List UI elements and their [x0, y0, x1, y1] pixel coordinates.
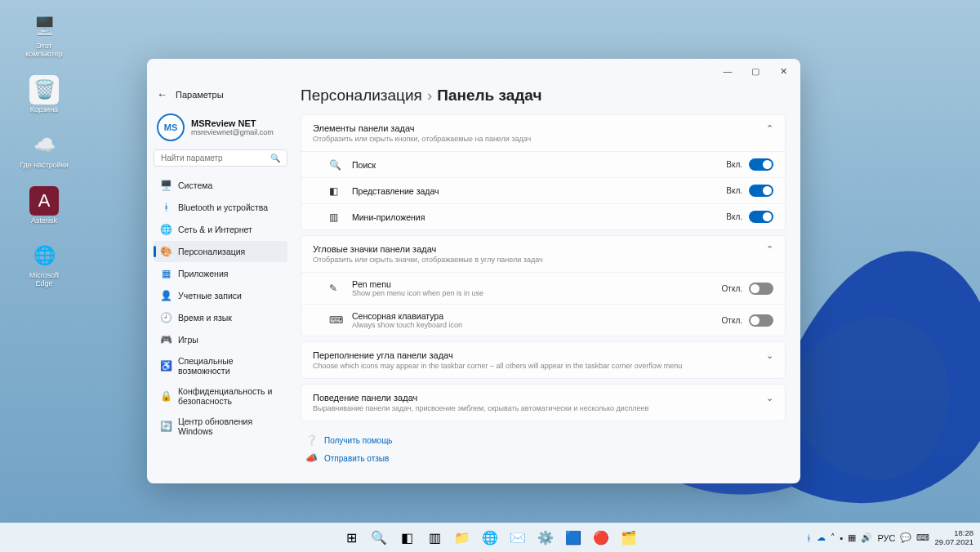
help-label: Получить помощь — [324, 436, 393, 445]
tray-keyboard-icon[interactable]: ⌨ — [916, 532, 929, 543]
toggle[interactable] — [749, 314, 773, 327]
taskbar-icon[interactable]: 🔴 — [589, 526, 613, 550]
sidebar-item[interactable]: 🖥️Система — [154, 175, 287, 196]
sidebar-item[interactable]: ▦Приложения — [154, 263, 287, 284]
toggle[interactable] — [749, 185, 773, 197]
breadcrumb-current: Панель задач — [437, 87, 541, 104]
taskbar-icon[interactable]: ⚙️ — [533, 526, 558, 550]
nav-icon: 🎮 — [160, 334, 172, 345]
desktop-icon[interactable]: 🌐Microsoft Edge — [20, 241, 69, 288]
panel-title: Элементы панели задач — [313, 123, 531, 133]
back-icon[interactable]: ← — [157, 88, 167, 100]
panel-header[interactable]: Угловые значки панели задач Отобразить и… — [301, 236, 785, 272]
taskbar-icon[interactable]: ▥ — [422, 526, 447, 550]
tray-chevron-up-icon[interactable]: ˄ — [831, 532, 835, 543]
taskbar-icon[interactable]: ✉️ — [506, 526, 530, 550]
row-label: Сенсорная клавиатура — [352, 311, 722, 321]
nav-label: Специальные возможности — [178, 356, 281, 376]
setting-row: ◧ Представление задач Вкл. — [301, 177, 785, 203]
row-label-block: Представление задач — [352, 186, 726, 196]
taskbar-tray: ᚼ ☁ ˄ ▪ ▦ 🔊 РУС 💬 ⌨ 18:28 29.07.2021 — [806, 529, 973, 546]
taskbar-icon[interactable]: ⊞ — [339, 526, 363, 550]
avatar: MS — [157, 114, 185, 141]
nav-icon: ▦ — [160, 268, 172, 279]
tray-network-icon[interactable]: ▦ — [848, 532, 856, 543]
taskbar-icon[interactable]: ◧ — [394, 526, 419, 550]
panel-subtitle: Отобразить или скрыть кнопки, отображаем… — [313, 135, 531, 143]
sidebar-item[interactable]: 👤Учетные записи — [154, 285, 287, 306]
chevron-down-icon: ⌄ — [766, 393, 773, 403]
panel-behavior: Поведение панели задач Выравнивание пане… — [301, 384, 786, 421]
maximize-button[interactable]: ▢ — [742, 60, 769, 82]
row-label: Мини-приложения — [352, 212, 726, 222]
nav-icon: 🕘 — [160, 312, 172, 323]
row-label-block: Сенсорная клавиатураAlways show touch ke… — [352, 311, 722, 329]
account-block[interactable]: MS MSReview NET msreviewnet@gmail.com — [154, 110, 287, 145]
sidebar-item[interactable]: ♿Специальные возможности — [154, 351, 287, 381]
toggle[interactable] — [749, 158, 773, 171]
tray-clock[interactable]: 18:28 29.07.2021 — [934, 529, 973, 546]
desktop-icons: 🖥️Этот компьютер🗑️Корзина☁️Где настройки… — [20, 11, 69, 288]
panel-corner-icons: Угловые значки панели задач Отобразить и… — [301, 235, 786, 336]
nav-label: Bluetooth и устройства — [178, 203, 268, 212]
feedback-label: Отправить отзыв — [324, 454, 389, 463]
desktop-icon[interactable]: AAsterisk — [20, 186, 69, 225]
toggle[interactable] — [749, 283, 773, 295]
tray-notify-icon[interactable]: 💬 — [900, 532, 911, 543]
taskbar-icon[interactable]: 🌐 — [478, 526, 502, 550]
main-content: Персонализация›Панель задач Элементы пан… — [294, 83, 800, 483]
sidebar-item[interactable]: 🔄Центр обновления Windows — [154, 412, 287, 441]
desktop-icon[interactable]: 🗑️Корзина — [20, 75, 69, 114]
desktop-icon-glyph: A — [29, 186, 59, 216]
row-icon: 🔍 — [329, 159, 342, 171]
panel-title: Угловые значки панели задач — [313, 244, 543, 254]
titlebar: ― ▢ ✕ — [147, 59, 800, 83]
taskbar-icon[interactable]: 🗂️ — [617, 526, 641, 550]
get-help-link[interactable]: ❔Получить помощь — [305, 434, 781, 446]
desktop-icon-glyph: ☁️ — [29, 131, 59, 160]
sidebar-item[interactable]: ᚼBluetooth и устройства — [154, 197, 287, 218]
search-input[interactable] — [161, 154, 270, 162]
sidebar: ← Параметры MS MSReview NET msreviewnet@… — [147, 83, 294, 483]
tray-time: 18:28 — [934, 529, 973, 537]
row-label-block: Мини-приложения — [352, 212, 726, 222]
taskbar-center: ⊞🔍◧▥📁🌐✉️⚙️🟦🔴🗂️ — [339, 526, 641, 550]
close-button[interactable]: ✕ — [769, 60, 797, 82]
tray-app-icon[interactable]: ▪ — [840, 533, 844, 543]
tray-onedrive-icon[interactable]: ☁ — [817, 532, 826, 543]
taskbar-icon[interactable]: 🔍 — [367, 526, 391, 550]
chevron-up-icon: ⌃ — [766, 244, 773, 255]
minimize-button[interactable]: ― — [714, 60, 742, 82]
breadcrumb-parent[interactable]: Персонализация — [301, 87, 422, 104]
sidebar-item[interactable]: 🕘Время и язык — [154, 307, 287, 328]
tray-lang[interactable]: РУС — [877, 533, 895, 543]
sidebar-item[interactable]: 🌐Сеть & и Интернет — [154, 219, 287, 240]
back-label: Параметры — [176, 90, 224, 100]
search-box[interactable]: 🔍 — [154, 149, 287, 167]
sidebar-item[interactable]: 🎮Игры — [154, 329, 287, 350]
tray-volume-icon[interactable]: 🔊 — [861, 532, 872, 543]
help-links: ❔Получить помощь 📣Отправить отзыв — [301, 426, 786, 472]
taskbar-icon[interactable]: 📁 — [450, 526, 474, 550]
row-label: Pen menu — [352, 279, 722, 289]
back-row: ← Параметры — [154, 87, 287, 105]
tray-bluetooth-icon[interactable]: ᚼ — [806, 533, 812, 543]
sidebar-item[interactable]: 🔒Конфиденциальность и безопасность — [154, 381, 287, 411]
panel-subtitle: Отобразить или скрыть значки, отображаем… — [313, 256, 543, 264]
desktop-icon[interactable]: ☁️Где настройки — [20, 131, 69, 170]
sidebar-item[interactable]: 🎨Персонализация — [154, 241, 287, 262]
panel-header[interactable]: Элементы панели задач Отобразить или скр… — [301, 115, 785, 151]
nav-list: 🖥️СистемаᚼBluetooth и устройства🌐Сеть & … — [154, 175, 287, 441]
toggle[interactable] — [749, 211, 773, 223]
panel-header[interactable]: Поведение панели задач Выравнивание пане… — [301, 385, 785, 421]
row-state: Вкл. — [726, 160, 742, 169]
nav-icon: 🔄 — [160, 421, 172, 432]
taskbar-icon[interactable]: 🟦 — [561, 526, 586, 550]
panel-subtitle: Choose which icons may appear in the tas… — [313, 362, 682, 370]
search-icon: 🔍 — [270, 154, 280, 162]
desktop-icon[interactable]: 🖥️Этот компьютер — [20, 11, 69, 59]
panel-header[interactable]: Переполнение угла панели задач Choose wh… — [301, 342, 785, 378]
feedback-link[interactable]: 📣Отправить отзыв — [305, 452, 781, 464]
nav-label: Центр обновления Windows — [178, 416, 281, 436]
row-sublabel: Always show touch keyboard icon — [352, 321, 722, 329]
